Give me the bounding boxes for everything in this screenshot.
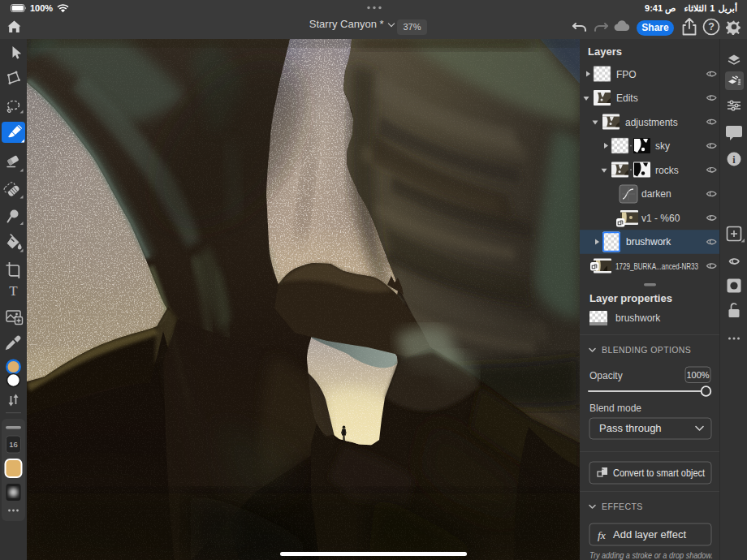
svg-text:BLENDING OPTIONS: BLENDING OPTIONS [602,345,691,355]
svg-text:Layers: Layers [588,45,622,58]
svg-text:Convert to smart object: Convert to smart object [613,467,706,479]
svg-text:Blend mode: Blend mode [589,403,641,414]
svg-text:adjustments: adjustments [625,117,678,128]
svg-text:Opacity: Opacity [589,370,623,381]
svg-text:v1 - %60: v1 - %60 [641,213,680,224]
svg-text:Edits: Edits [616,93,638,104]
svg-text:FPO: FPO [616,69,637,80]
svg-text:sky: sky [655,140,670,152]
svg-text:brushwork: brushwork [626,236,671,248]
svg-text:Try adding a stroke or a drop: Try adding a stroke or a drop shadow. [589,550,713,560]
svg-text:EFFECTS: EFFECTS [602,502,643,511]
svg-text:fx: fx [598,529,606,541]
svg-text:16: 16 [9,440,18,449]
svg-text:100%: 100% [686,370,709,380]
svg-text:?: ? [708,21,715,32]
svg-text:rocks: rocks [655,165,679,176]
svg-text:T: T [9,283,18,299]
svg-text:Layer properties: Layer properties [589,292,672,304]
svg-text:Pass through: Pass through [599,422,662,434]
svg-text:brushwork: brushwork [615,312,661,324]
svg-text:1729_BURKA...anced-NR33: 1729_BURKA...anced-NR33 [615,261,698,271]
svg-text:Add layer effect: Add layer effect [613,529,687,541]
svg-text:darken: darken [641,188,671,200]
